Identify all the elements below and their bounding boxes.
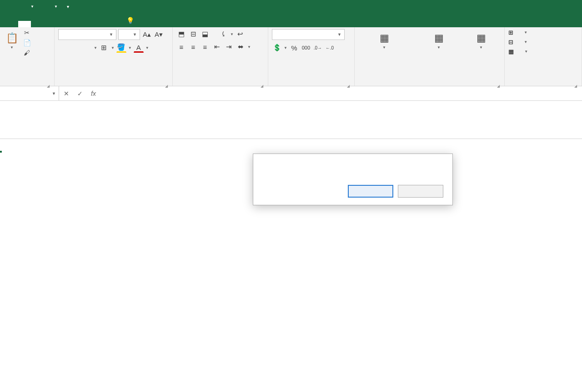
cancel-formula-icon[interactable]: ✕	[64, 90, 69, 97]
enter-formula-icon[interactable]: ✓	[77, 90, 83, 97]
name-box[interactable]: ▼	[0, 86, 59, 100]
fx-icon[interactable]: fx	[91, 90, 96, 97]
group-alignment: ⬒ ⊟ ⬓ ⤹▼ ↩ ≡ ≡ ≡ ⇤ ⇥ ⬌▼	[173, 27, 268, 86]
worksheet[interactable]	[0, 139, 582, 151]
undo-icon[interactable]	[15, 1, 25, 11]
insert-cells-icon: ⊞	[508, 29, 513, 36]
group-alignment-label	[176, 83, 264, 85]
format-as-table-button[interactable]: ▦ ▼	[413, 29, 465, 51]
ribbon-tabs: 💡	[0, 13, 582, 27]
increase-font-icon[interactable]: A▴	[142, 30, 152, 40]
increase-decimal-icon[interactable]: .0→	[313, 43, 323, 53]
group-styles: ▦ ▼ ▦ ▼ ▦ ▼	[355, 27, 505, 86]
number-format-combo[interactable]: ▼	[272, 29, 345, 40]
increase-indent-icon[interactable]: ⇥	[224, 42, 234, 52]
formula-bar-row: ▼ ✕ ✓ fx	[0, 86, 582, 101]
lightbulb-icon: 💡	[126, 17, 134, 24]
borders-icon[interactable]: ⊞	[99, 43, 109, 53]
wrap-text-icon[interactable]: ↩	[236, 29, 246, 39]
conditional-formatting-icon: ▦	[377, 31, 391, 45]
percent-icon[interactable]: %	[289, 43, 299, 53]
undo-dropdown[interactable]: ▼	[27, 1, 37, 11]
cut-icon[interactable]: ✂	[23, 29, 31, 37]
group-number: ▼ 💲▼ % 000 .0→ ←.0	[268, 27, 355, 86]
bold-button[interactable]	[58, 43, 68, 53]
tell-me[interactable]: 💡	[120, 14, 143, 27]
tab-file[interactable]	[5, 21, 18, 27]
goto-special-dialog	[253, 154, 453, 205]
paste-button[interactable]: 📋 ▼	[4, 29, 20, 51]
cell-styles-icon: ▦	[474, 31, 488, 45]
decrease-indent-icon[interactable]: ⇤	[212, 42, 222, 52]
align-top-icon[interactable]: ⬒	[176, 29, 186, 39]
tab-data[interactable]	[69, 21, 82, 27]
format-painter-icon[interactable]: 🖌	[23, 49, 31, 57]
group-clipboard: 📋 ▼ ✂ 📄 🖌	[0, 27, 55, 86]
formula-expand-area	[0, 101, 582, 139]
cell-styles-button[interactable]: ▦ ▼	[467, 29, 495, 51]
group-number-label	[272, 83, 351, 85]
font-size-combo[interactable]: ▼	[118, 29, 140, 40]
ok-button[interactable]	[348, 185, 393, 198]
delete-cells-icon: ⊟	[508, 39, 513, 45]
decrease-decimal-icon[interactable]: ←.0	[325, 43, 335, 53]
paste-icon: 📋	[5, 31, 19, 45]
conditional-formatting-button[interactable]: ▦ ▼	[358, 29, 410, 51]
tab-formulas[interactable]	[56, 21, 69, 27]
title-bar: ▼ ▼ ▾	[0, 0, 582, 13]
align-left-icon[interactable]: ≡	[176, 42, 186, 52]
align-middle-icon[interactable]: ⊟	[188, 29, 198, 39]
group-styles-label	[358, 83, 501, 85]
font-name-combo[interactable]: ▼	[58, 29, 116, 40]
orientation-icon[interactable]: ⤹	[218, 29, 228, 39]
decrease-font-icon[interactable]: A▾	[154, 30, 164, 40]
italic-button[interactable]	[70, 43, 80, 53]
font-color-icon[interactable]: A	[134, 43, 144, 53]
tab-page-layout[interactable]	[44, 21, 56, 27]
qat-customize-icon[interactable]: ▾	[63, 1, 73, 11]
align-bottom-icon[interactable]: ⬓	[200, 29, 210, 39]
ribbon: 📋 ▼ ✂ 📄 🖌 ▼ ▼ A▴ A▾ ▼ ⊞▼	[0, 27, 582, 86]
tab-home[interactable]	[18, 21, 31, 27]
tab-help[interactable]	[107, 21, 120, 27]
underline-button[interactable]	[82, 43, 92, 53]
tab-view[interactable]	[95, 21, 107, 27]
redo-dropdown[interactable]: ▼	[51, 1, 61, 11]
align-right-icon[interactable]: ≡	[200, 42, 210, 52]
group-clipboard-label	[4, 83, 50, 85]
align-center-icon[interactable]: ≡	[188, 42, 198, 52]
save-icon[interactable]	[4, 1, 14, 11]
copy-icon[interactable]: 📄	[23, 39, 31, 47]
merge-center-icon[interactable]: ⬌	[236, 42, 246, 52]
group-cells: ⊞ ▼ ⊟ ▼ ▦ ▼	[505, 27, 582, 86]
group-cells-label	[508, 83, 578, 85]
format-cells-icon: ▦	[508, 48, 514, 55]
fill-color-icon[interactable]: 🪣	[116, 43, 126, 53]
comma-style-icon[interactable]: 000	[301, 43, 311, 53]
quick-access-toolbar: ▼ ▼ ▾	[0, 1, 73, 11]
currency-icon[interactable]: 💲	[272, 43, 282, 53]
redo-icon[interactable]	[39, 1, 49, 11]
tab-review[interactable]	[82, 21, 95, 27]
cancel-button[interactable]	[398, 185, 443, 198]
format-as-table-icon: ▦	[431, 31, 446, 45]
group-font-label	[58, 83, 169, 85]
tab-insert[interactable]	[31, 21, 44, 27]
group-font: ▼ ▼ A▴ A▾ ▼ ⊞▼ 🪣▼ A▼	[55, 27, 173, 86]
